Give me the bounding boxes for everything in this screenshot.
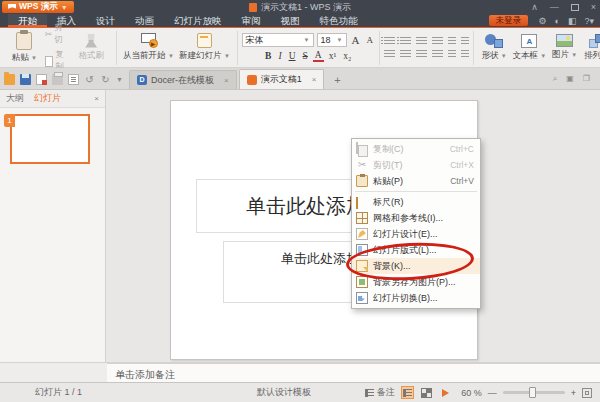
export-pdf-icon[interactable]	[36, 74, 47, 85]
tab-slideshow[interactable]: 幻灯片放映	[164, 14, 232, 27]
normal-view-icon	[403, 389, 412, 397]
bold-button[interactable]: B	[263, 51, 273, 61]
arrange-icon	[589, 34, 600, 48]
fit-to-window-button[interactable]	[582, 388, 592, 398]
slide-thumbnail-1[interactable]: 1	[10, 114, 90, 164]
new-slide-button[interactable]: 新建幻灯片 ▼	[177, 30, 233, 66]
superscript-button[interactable]: x¹	[327, 51, 339, 61]
arrange-windows-icon[interactable]: ❐	[583, 74, 590, 84]
settings-gear-icon[interactable]: ⚙	[538, 16, 546, 26]
login-button[interactable]: 未登录	[489, 15, 529, 26]
switch-window-icon[interactable]: ⌕	[553, 74, 557, 84]
align-left-icon[interactable]	[384, 50, 395, 59]
zoom-in-button[interactable]: +	[571, 388, 576, 398]
shapes-button[interactable]: 形状 ▼	[478, 30, 510, 66]
grow-font-button[interactable]: A	[350, 34, 362, 46]
strikethrough-button[interactable]: S	[301, 51, 310, 61]
close-tab-icon[interactable]: ×	[224, 76, 229, 85]
shrink-font-button[interactable]: A	[364, 35, 375, 45]
underline-button[interactable]: U	[287, 51, 298, 61]
context-menu-item-slide-layout[interactable]: 幻灯片版式(L)...	[352, 242, 480, 258]
picture-button[interactable]: 图片 ▼	[548, 30, 580, 66]
tab-design[interactable]: 设计	[86, 14, 125, 27]
ruler-icon	[356, 197, 358, 209]
columns-icon[interactable]	[461, 50, 469, 59]
slideshow-view-button[interactable]	[439, 386, 452, 399]
subscript-button[interactable]: x₂	[341, 51, 353, 61]
open-folder-icon[interactable]	[4, 74, 15, 85]
normal-view-button[interactable]	[401, 386, 414, 399]
save-background-icon	[356, 276, 368, 288]
minimize-button[interactable]: —	[550, 2, 559, 12]
maximize-button[interactable]	[571, 4, 579, 11]
align-center-icon[interactable]	[400, 50, 411, 59]
format-painter-button[interactable]: 格式刷	[71, 30, 112, 66]
print-preview-icon[interactable]	[68, 74, 79, 85]
start-from-current-button[interactable]: ▶ 从当前开始 ▼	[121, 30, 177, 66]
distribute-icon[interactable]	[448, 50, 456, 59]
help-icon[interactable]: ?▾	[584, 16, 594, 26]
tab-review[interactable]: 审阅	[232, 14, 271, 27]
slide-sorter-view-button[interactable]	[420, 386, 433, 399]
context-menu-item-copy[interactable]: 复制(C) Ctrl+C	[352, 141, 480, 157]
tab-special-features[interactable]: 特色功能	[310, 14, 368, 27]
tab-animation[interactable]: 动画	[125, 14, 164, 27]
menu-bar: 开始 插入 设计 动画 幻灯片放映 审阅 视图 特色功能 未登录 ⚙ ◐ ◧ ?…	[0, 14, 600, 28]
window-title: 演示文稿1 - WPS 演示	[261, 1, 351, 14]
justify-icon[interactable]	[432, 50, 443, 59]
context-menu-item-paste[interactable]: 粘贴(P) Ctrl+V	[352, 173, 480, 189]
collapse-ribbon-button[interactable]: ∧	[531, 2, 538, 12]
doc-tab-current[interactable]: 演示文稿1 ×	[239, 69, 325, 89]
font-color-button[interactable]: A	[313, 50, 324, 62]
zoom-out-button[interactable]: —	[488, 388, 497, 398]
arrange-button[interactable]: 排列 ▼	[581, 30, 600, 66]
close-button[interactable]: ×	[591, 2, 596, 12]
customize-toolbar-icon[interactable]: ▼	[116, 74, 123, 85]
redo-icon[interactable]: ↻	[100, 74, 111, 85]
context-menu-item-save-background[interactable]: 背景另存为图片(P)...	[352, 274, 480, 290]
notes-left-filler	[0, 362, 107, 382]
zoom-slider-handle[interactable]	[529, 387, 536, 398]
template-name[interactable]: 默认设计模板	[257, 386, 311, 399]
font-name-select[interactable]: 宋体▼	[242, 33, 314, 47]
background-icon	[356, 260, 368, 272]
feedback-icon[interactable]: ◐	[555, 16, 560, 26]
layout-mode-icon[interactable]: ▣	[566, 74, 574, 84]
skin-icon[interactable]: ◧	[568, 16, 577, 26]
numbering-icon[interactable]	[400, 37, 411, 46]
decrease-indent-icon[interactable]	[416, 37, 427, 46]
new-document-tab-button[interactable]: +	[326, 74, 348, 89]
tab-home[interactable]: 开始	[8, 14, 47, 27]
context-menu-item-background[interactable]: 背景(K)...	[352, 258, 480, 274]
tab-view[interactable]: 视图	[271, 14, 310, 27]
textbox-button[interactable]: A 文本框 ▼	[510, 30, 548, 66]
context-menu-item-grid-guides[interactable]: 网格和参考线(I)...	[352, 210, 480, 226]
paste-button[interactable]: 粘贴 ▼	[4, 30, 45, 66]
tab-bar-right-icons: ⌕ ▣ ❐	[543, 74, 600, 89]
scissors-icon: ✂	[45, 29, 53, 39]
undo-icon[interactable]: ↺	[84, 74, 95, 85]
presentation-doc-icon	[247, 75, 257, 85]
close-tab-icon[interactable]: ×	[312, 75, 317, 84]
context-menu-item-slide-design[interactable]: 幻灯片设计(E)...	[352, 226, 480, 242]
context-menu-item-ruler[interactable]: 标尺(R)	[352, 194, 480, 210]
notes-area[interactable]: 单击添加备注	[107, 362, 600, 382]
notes-toggle[interactable]: 备注	[365, 386, 395, 399]
print-icon[interactable]	[52, 74, 63, 85]
close-panel-icon[interactable]: ×	[94, 94, 99, 103]
outline-tab[interactable]: 大纲	[6, 92, 24, 105]
cut-button[interactable]: ✂剪切	[45, 22, 71, 46]
save-icon[interactable]	[20, 74, 31, 85]
text-direction-icon[interactable]	[461, 37, 469, 46]
doc-tab-docer[interactable]: D Docer-在线模板 ×	[129, 70, 237, 89]
line-spacing-icon[interactable]	[448, 37, 456, 46]
zoom-slider[interactable]	[503, 391, 565, 394]
bullets-icon[interactable]	[384, 37, 395, 46]
context-menu-item-cut[interactable]: ✂ 剪切(T) Ctrl+X	[352, 157, 480, 173]
slides-tab[interactable]: 幻灯片	[34, 92, 61, 105]
align-right-icon[interactable]	[416, 50, 427, 59]
italic-button[interactable]: I	[276, 51, 283, 61]
font-size-select[interactable]: 18▼	[317, 33, 347, 47]
increase-indent-icon[interactable]	[432, 37, 443, 46]
context-menu-item-slide-transition[interactable]: 幻灯片切换(B)...	[352, 290, 480, 306]
